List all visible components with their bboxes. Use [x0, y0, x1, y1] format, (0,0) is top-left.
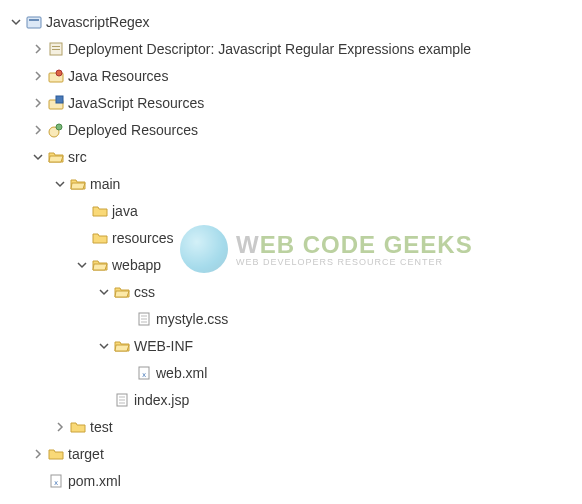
expand-arrow-icon[interactable]	[30, 95, 46, 111]
folder-open-icon	[114, 284, 130, 300]
deployed-icon	[48, 122, 64, 138]
tree-item[interactable]: Java Resources	[8, 62, 582, 89]
svg-rect-3	[52, 46, 60, 47]
tree-item[interactable]: target	[8, 440, 582, 467]
tree-item[interactable]: test	[8, 413, 582, 440]
tree-item-label: webapp	[112, 257, 161, 273]
tree-item-label: resources	[112, 230, 173, 246]
folder-closed-icon	[70, 419, 86, 435]
folder-closed-icon	[92, 203, 108, 219]
svg-rect-1	[29, 19, 39, 21]
tree-item-label: JavascriptRegex	[46, 14, 150, 30]
folder-open-icon	[48, 149, 64, 165]
tree-item[interactable]: java	[8, 197, 582, 224]
tree-item[interactable]: xweb.xml	[8, 359, 582, 386]
expand-arrow-icon[interactable]	[52, 176, 68, 192]
tree-item[interactable]: main	[8, 170, 582, 197]
expand-arrow-icon[interactable]	[52, 419, 68, 435]
file-icon	[114, 392, 130, 408]
svg-rect-8	[56, 96, 63, 103]
tree-item[interactable]: Deployment Descriptor: Javascript Regula…	[8, 35, 582, 62]
expand-arrow-icon[interactable]	[30, 446, 46, 462]
expand-arrow-icon[interactable]	[30, 149, 46, 165]
tree-item[interactable]: webapp	[8, 251, 582, 278]
tree-item[interactable]: WEB-INF	[8, 332, 582, 359]
tree-item[interactable]: css	[8, 278, 582, 305]
js-res-icon	[48, 95, 64, 111]
tree-item-label: JavaScript Resources	[68, 95, 204, 111]
file-icon	[136, 311, 152, 327]
tree-item-label: mystyle.css	[156, 311, 228, 327]
folder-open-icon	[70, 176, 86, 192]
folder-closed-icon	[92, 230, 108, 246]
tree-item-label: Deployed Resources	[68, 122, 198, 138]
svg-text:x: x	[54, 479, 58, 487]
tree-item[interactable]: resources	[8, 224, 582, 251]
tree-item[interactable]: JavaScript Resources	[8, 89, 582, 116]
expand-arrow-icon[interactable]	[96, 338, 112, 354]
tree-item[interactable]: xpom.xml	[8, 467, 582, 494]
tree-item-label: main	[90, 176, 120, 192]
svg-point-10	[56, 124, 62, 130]
tree-item-label: WEB-INF	[134, 338, 193, 354]
folder-closed-icon	[48, 446, 64, 462]
expand-arrow-icon[interactable]	[30, 122, 46, 138]
svg-text:x: x	[142, 371, 146, 379]
tree-item-label: index.jsp	[134, 392, 189, 408]
svg-rect-0	[27, 17, 41, 28]
tree-item-label: Java Resources	[68, 68, 168, 84]
tree-item-label: test	[90, 419, 113, 435]
expand-arrow-icon[interactable]	[30, 41, 46, 57]
tree-item[interactable]: src	[8, 143, 582, 170]
svg-rect-4	[52, 49, 60, 50]
tree-item[interactable]: Deployed Resources	[8, 116, 582, 143]
folder-open-icon	[114, 338, 130, 354]
descriptor-icon	[48, 41, 64, 57]
tree-item-label: java	[112, 203, 138, 219]
tree-item-label: css	[134, 284, 155, 300]
tree-item-label: target	[68, 446, 104, 462]
project-icon	[26, 14, 42, 30]
project-tree: JavascriptRegexDeployment Descriptor: Ja…	[8, 8, 582, 494]
tree-item-label: Deployment Descriptor: Javascript Regula…	[68, 41, 471, 57]
expand-arrow-icon[interactable]	[8, 14, 24, 30]
tree-item-label: pom.xml	[68, 473, 121, 489]
svg-point-6	[56, 70, 62, 76]
xml-file-icon: x	[48, 473, 64, 489]
tree-item[interactable]: index.jsp	[8, 386, 582, 413]
tree-item[interactable]: mystyle.css	[8, 305, 582, 332]
folder-open-icon	[92, 257, 108, 273]
tree-item-label: src	[68, 149, 87, 165]
expand-arrow-icon[interactable]	[96, 284, 112, 300]
expand-arrow-icon[interactable]	[30, 68, 46, 84]
tree-item[interactable]: JavascriptRegex	[8, 8, 582, 35]
tree-item-label: web.xml	[156, 365, 207, 381]
expand-arrow-icon[interactable]	[74, 257, 90, 273]
xml-file-icon: x	[136, 365, 152, 381]
java-res-icon	[48, 68, 64, 84]
